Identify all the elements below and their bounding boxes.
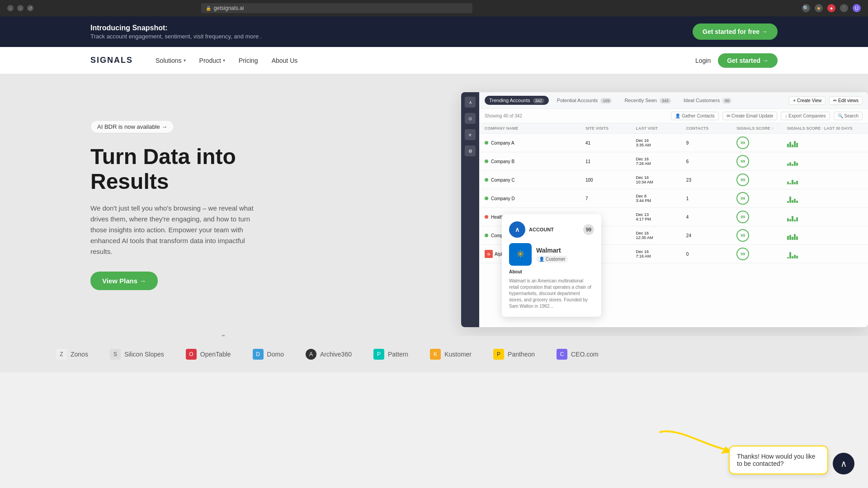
brand-icon-opentable: O: [186, 349, 197, 360]
company-tag: 👤 Customer: [536, 256, 568, 263]
chat-avatar[interactable]: ∧: [833, 453, 854, 474]
edit-views-button[interactable]: ✏ Edit views: [829, 96, 863, 105]
url-text: getsignals.ai: [214, 5, 244, 11]
hero-section: AI BDR is now available → Turn Data into…: [0, 74, 868, 336]
chat-bubble-text: Thanks! How would you like to be contact…: [737, 453, 816, 467]
account-company-info: ✳ Walmart 👤 Customer: [509, 243, 594, 266]
brand-name: Archive360: [320, 351, 352, 358]
showing-text: Showing 40 of 342: [485, 113, 522, 118]
sidebar-icon-3[interactable]: ≡: [465, 129, 476, 140]
brand-name: Pantheon: [508, 351, 535, 358]
refresh-button[interactable]: ↺: [27, 5, 33, 11]
view-plans-button[interactable]: View Plans →: [90, 272, 158, 290]
brand-item: S Silicon Slopes: [99, 345, 175, 363]
tag-icon: 👤: [539, 257, 544, 262]
hero-description: We don't just tell you who's browsing – …: [90, 203, 262, 257]
create-email-button[interactable]: ✉ Create Email Update: [722, 112, 778, 120]
address-bar[interactable]: 🔒 getsignals.ai: [201, 3, 472, 13]
table-header: COMPANY NAME SITE VISITS LAST VISIT CONT…: [479, 123, 868, 134]
sidebar-icon-1[interactable]: ∧: [465, 97, 476, 108]
brand-name: Kustomer: [444, 351, 472, 358]
brand-item: A Archive360: [295, 345, 363, 363]
create-view-button[interactable]: + Create View: [789, 96, 826, 105]
brand-item: K Kustomer: [419, 345, 482, 363]
brands-bar: Z Zonos S Silicon Slopes O OpenTable D D…: [0, 336, 868, 372]
search-button[interactable]: 🔍 Search: [834, 112, 863, 120]
brand-icon-pantheon: P: [493, 349, 504, 360]
brand-item: C CEO.com: [546, 345, 609, 363]
logo[interactable]: SIGNALS: [90, 56, 133, 65]
brand-name: CEO.com: [571, 351, 599, 358]
menu-icon[interactable]: ⋮: [840, 4, 848, 12]
brand-item: Z Zonos: [45, 345, 99, 363]
tab-potential[interactable]: Potential Accounts 169: [552, 96, 617, 105]
search-icon[interactable]: 🔍: [802, 4, 810, 12]
announcement-bar: Introducing Snapshot: Track account enga…: [0, 16, 868, 47]
nav-link-product[interactable]: Product ▾: [199, 57, 225, 64]
forward-button[interactable]: ›: [17, 5, 24, 11]
score-circle: 99: [583, 224, 594, 235]
brand-name: Zonos: [71, 351, 88, 358]
brand-icon-domo: D: [253, 349, 264, 360]
tab-recently[interactable]: Recently Seen 345: [620, 96, 675, 105]
tab-trending[interactable]: Trending Accounts 342: [485, 96, 549, 105]
back-button[interactable]: ‹: [7, 5, 14, 11]
chat-bubble[interactable]: Thanks! How would you like to be contact…: [729, 446, 828, 474]
login-button[interactable]: Login: [695, 57, 711, 64]
lock-icon: 🔒: [206, 6, 211, 11]
hero-badge[interactable]: AI BDR is now available →: [90, 120, 174, 133]
company-name: Walmart: [536, 247, 568, 254]
export-button[interactable]: ↓ Export Companies: [781, 112, 830, 120]
brand-icon-zonos: Z: [56, 349, 67, 360]
main-nav: SIGNALS Solutions ▾ Product ▾ Pricing Ab…: [0, 47, 868, 74]
brand-item: P Pattern: [363, 345, 419, 363]
extension-icon[interactable]: ●: [827, 4, 835, 12]
announcement-title: Introducing Snapshot:: [90, 24, 262, 32]
browser-chrome: ‹ › ↺ 🔒 getsignals.ai 🔍 ★ ● ⋮ U: [0, 0, 868, 16]
walmart-logo: ✳: [509, 243, 532, 266]
table-row[interactable]: Company D 7Dec 83:44 PM1 99: [479, 189, 868, 208]
nav-link-solutions[interactable]: Solutions ▾: [156, 57, 186, 64]
account-avatar: ∧: [509, 221, 525, 238]
sidebar-icon-2[interactable]: ⊙: [465, 113, 476, 124]
profile-icon[interactable]: U: [853, 4, 861, 12]
nav-link-about[interactable]: About Us: [272, 57, 298, 64]
brand-item: P Pantheon: [482, 345, 546, 363]
bookmark-icon[interactable]: ★: [815, 4, 823, 12]
browser-controls: ‹ › ↺: [7, 5, 33, 11]
tab-ideal[interactable]: Ideal Customers 98: [679, 96, 736, 105]
announcement-cta-button[interactable]: Get started for free →: [693, 23, 778, 40]
brand-icon-archive360: A: [306, 349, 316, 360]
brand-name: Domo: [267, 351, 284, 358]
browser-icons-right: 🔍 ★ ● ⋮ U: [802, 4, 861, 12]
account-popup: ∧ ACCOUNT 99 ✳ Walmart 👤 Customer About …: [502, 214, 601, 317]
sidebar-icon-4[interactable]: ⚙: [465, 145, 476, 156]
brand-icon-kustomer: K: [430, 349, 441, 360]
about-text: Walmart is an American multinational ret…: [509, 278, 594, 310]
chat-widget-area: Thanks! How would you like to be contact…: [729, 446, 854, 474]
arrow-annotation: [651, 423, 741, 461]
dashboard-sidebar: ∧ ⊙ ≡ ⚙: [461, 92, 479, 327]
account-label: ACCOUNT: [529, 227, 554, 232]
brand-icon-siliconslopes: S: [110, 349, 121, 360]
table-row[interactable]: Company B 11Dec 167:26 AM6 99: [479, 152, 868, 171]
announcement-subtitle: Track account engagement, sentiment, vis…: [90, 33, 262, 40]
account-popup-header: ∧ ACCOUNT 99: [509, 221, 594, 238]
about-label: About: [509, 269, 594, 274]
dashboard-toolbar: Showing 40 of 342 👤 Gather Contacts ✉ Cr…: [479, 109, 868, 123]
table-row[interactable]: Company C 100Dec 1610:34 AM23 99: [479, 171, 868, 189]
nav-link-pricing[interactable]: Pricing: [239, 57, 258, 64]
brand-icon-ceocom: C: [557, 349, 567, 360]
brand-name: Pattern: [388, 351, 408, 358]
gather-contacts-button[interactable]: 👤 Gather Contacts: [671, 112, 719, 120]
announcement-text: Introducing Snapshot: Track account enga…: [90, 24, 262, 40]
scroll-indicator: [222, 335, 225, 336]
brand-item: O OpenTable: [175, 345, 242, 363]
brand-item: D Domo: [242, 345, 295, 363]
get-started-button[interactable]: Get started →: [718, 53, 778, 68]
brand-icon-pattern: P: [373, 349, 384, 360]
nav-right: Login Get started →: [695, 53, 778, 68]
dashboard-tabs: Trending Accounts 342 Potential Accounts…: [479, 92, 868, 109]
table-row[interactable]: Company A 41Dec 163:35 AM9 99: [479, 134, 868, 152]
hero-title: Turn Data into Results: [90, 144, 316, 194]
